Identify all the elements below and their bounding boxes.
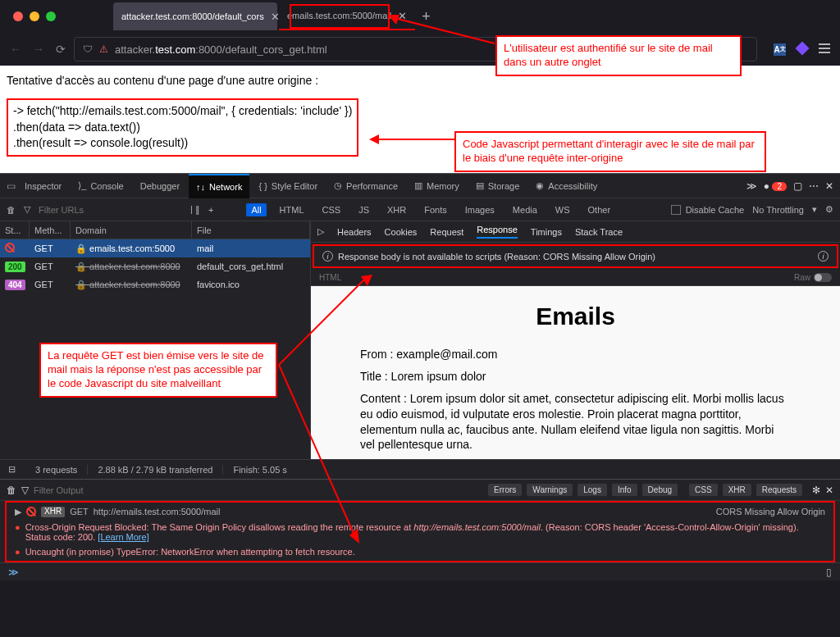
back-button[interactable]: ←	[10, 43, 21, 56]
raw-toggle[interactable]	[814, 273, 832, 282]
translate-icon[interactable]: A文	[774, 43, 786, 56]
detail-tab-response[interactable]: Response	[477, 225, 518, 239]
request-row[interactable]: 404 GET 🔒 attacker.test.com:8000 favicon…	[0, 275, 310, 293]
maximize-window-icon[interactable]	[46, 11, 56, 21]
filter-all[interactable]: All	[246, 203, 266, 216]
network-detail-panel: ▷ Headers Cookies Request Response Timin…	[310, 221, 840, 459]
console-output: ▶ XHR GET http://emails.test.com:5000/ma…	[5, 501, 835, 562]
close-tab-icon[interactable]: ✕	[398, 10, 407, 22]
console-row[interactable]: ▶ XHR GET http://emails.test.com:5000/ma…	[7, 504, 833, 520]
annotation-cors: La requête GET est bien émise vers le si…	[39, 343, 277, 398]
tab-emails[interactable]: emails.test.com:5000/mail ✕	[279, 2, 415, 30]
filter-fonts[interactable]: Fonts	[419, 203, 452, 216]
network-toolbar: 🗑 ▽ Filter URLs | ‖ + All HTML CSS JS XH…	[0, 198, 840, 221]
filter-errors[interactable]: Errors	[488, 484, 522, 496]
lock-icon: ⚠	[99, 43, 108, 55]
filter-urls-input[interactable]: Filter URLs	[39, 205, 84, 215]
tab-console[interactable]: ⟩_Console	[71, 174, 130, 198]
console-row[interactable]: ● Cross-Origin Request Blocked: The Same…	[7, 520, 833, 544]
network-footer: ⊟ 3 requests 2.88 kB / 2.79 kB transferr…	[0, 459, 840, 479]
error-icon: ●	[15, 522, 21, 542]
extension-icon[interactable]	[796, 41, 810, 55]
col-status[interactable]: St...	[0, 221, 30, 239]
filter-js[interactable]: JS	[354, 203, 374, 216]
menu-button[interactable]	[819, 43, 830, 56]
filter-css[interactable]: CSS	[689, 484, 718, 496]
tab-accessibility[interactable]: ◉Accessibility	[528, 174, 605, 198]
titlebar: attacker.test.com:8000/default_cors ✕ em…	[0, 0, 840, 33]
settings-icon[interactable]: ⚙	[825, 204, 833, 215]
filter-html[interactable]: HTML	[275, 203, 309, 216]
reload-button[interactable]: ⟳	[56, 43, 66, 56]
tab-storage[interactable]: ▤Storage	[468, 174, 527, 198]
col-method[interactable]: Meth...	[30, 221, 71, 239]
annotation-js: Code Javascript permettant d'interagir a…	[454, 131, 766, 172]
filter-debug[interactable]: Debug	[642, 484, 678, 496]
console-row[interactable]: ● Uncaught (in promise) TypeError: Netwo…	[7, 544, 833, 559]
disable-cache-checkbox[interactable]	[671, 205, 681, 215]
filter-info[interactable]: Info	[612, 484, 637, 496]
detail-tab-request[interactable]: Request	[430, 227, 463, 237]
filter-images[interactable]: Images	[460, 203, 500, 216]
tab-network[interactable]: ↑↓Network	[189, 174, 249, 198]
filter-other[interactable]: Other	[583, 203, 616, 216]
minimize-window-icon[interactable]	[30, 11, 39, 21]
filter-xhr[interactable]: XHR	[723, 484, 751, 496]
detail-tab-timings[interactable]: Timings	[531, 227, 562, 237]
filter-ws[interactable]: WS	[550, 203, 575, 216]
sidebar-toggle-icon[interactable]: ▯	[826, 566, 832, 577]
close-window-icon[interactable]	[13, 11, 23, 21]
response-preview: Emails From : example@mail.com Title : L…	[311, 286, 840, 459]
detail-tab-stack[interactable]: Stack Trace	[575, 227, 623, 237]
detail-tab-headers[interactable]: Headers	[337, 227, 372, 237]
detail-back-icon[interactable]: ▷	[317, 226, 324, 237]
filter-icon[interactable]: ▽	[21, 485, 29, 496]
responsive-icon[interactable]: ▢	[793, 180, 802, 192]
tab-inspector[interactable]: Inspector	[17, 174, 69, 198]
dock-icon[interactable]: ▭	[7, 180, 16, 192]
error-icon: ●	[15, 547, 21, 557]
console-panel: 🗑 ▽ Filter Output Errors Warnings Logs I…	[0, 479, 840, 580]
url-text: attacker.test.com:8000/default_cors_get.…	[115, 43, 327, 56]
throttling-select[interactable]: No Throttling	[752, 205, 804, 215]
col-domain[interactable]: Domain	[71, 221, 192, 239]
console-filter-input[interactable]: Filter Output	[34, 485, 483, 495]
filter-media[interactable]: Media	[508, 203, 542, 216]
close-tab-icon[interactable]: ✕	[271, 11, 280, 23]
toggle-console-icon[interactable]: ⊟	[8, 464, 25, 475]
overflow-icon[interactable]: ≫	[746, 180, 757, 192]
tab-title: emails.test.com:5000/mail	[287, 11, 391, 20]
cors-warning-banner: i Response body is not available to scri…	[313, 244, 838, 268]
filter-warnings[interactable]: Warnings	[527, 484, 573, 496]
new-tab-button[interactable]: +	[422, 8, 431, 25]
error-count[interactable]: ● 2	[764, 180, 787, 192]
clear-icon[interactable]: 🗑	[7, 205, 16, 215]
tab-style-editor[interactable]: { }Style Editor	[251, 174, 325, 198]
filter-logs[interactable]: Logs	[578, 484, 607, 496]
request-row[interactable]: 200 GET 🔒 attacker.test.com:8000 default…	[0, 257, 310, 275]
tab-performance[interactable]: ◷Performance	[326, 174, 405, 198]
detail-tab-cookies[interactable]: Cookies	[385, 227, 418, 237]
forward-button[interactable]: →	[33, 43, 44, 56]
tab-debugger[interactable]: Debugger	[133, 174, 187, 198]
clear-console-icon[interactable]: 🗑	[7, 485, 16, 496]
console-settings-icon[interactable]: ✻	[812, 485, 820, 496]
blocked-icon	[26, 507, 36, 516]
console-input[interactable]: ≫ ▯	[0, 562, 840, 580]
js-code-sample: -> fetch("http://emails.test.com:5000/ma…	[7, 98, 358, 157]
info-icon: i	[322, 251, 333, 262]
close-devtools-icon[interactable]: ✕	[825, 180, 833, 192]
filter-requests[interactable]: Requests	[756, 484, 802, 496]
devtools-menu-icon[interactable]: ⋯	[809, 180, 819, 192]
tab-attacker[interactable]: attacker.test.com:8000/default_cors ✕	[113, 2, 277, 30]
tab-memory[interactable]: ▥Memory	[407, 174, 467, 198]
info-icon[interactable]: i	[818, 251, 829, 262]
shield-icon: 🛡	[83, 43, 93, 55]
filter-css[interactable]: CSS	[317, 203, 346, 216]
close-console-icon[interactable]: ✕	[825, 485, 833, 496]
filter-icon[interactable]: ▽	[24, 204, 30, 215]
learn-more-link[interactable]: [Learn More]	[98, 532, 148, 542]
col-file[interactable]: File	[192, 221, 310, 239]
filter-xhr[interactable]: XHR	[382, 203, 411, 216]
request-row[interactable]: GET 🔒 emails.test.com:5000 mail	[0, 239, 310, 257]
